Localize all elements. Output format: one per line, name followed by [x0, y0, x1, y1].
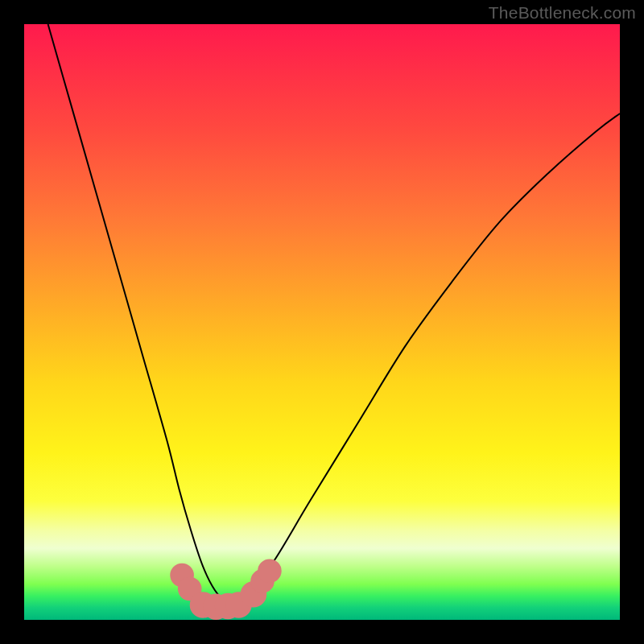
- chart-frame: TheBottleneck.com: [0, 0, 644, 644]
- watermark-text: TheBottleneck.com: [489, 3, 636, 23]
- chart-svg: [24, 24, 620, 620]
- curve-layer: [48, 24, 620, 604]
- marker-layer: [170, 559, 281, 621]
- curve-marker: [258, 559, 282, 584]
- bottleneck-curve: [48, 24, 620, 604]
- plot-area: [24, 24, 620, 620]
